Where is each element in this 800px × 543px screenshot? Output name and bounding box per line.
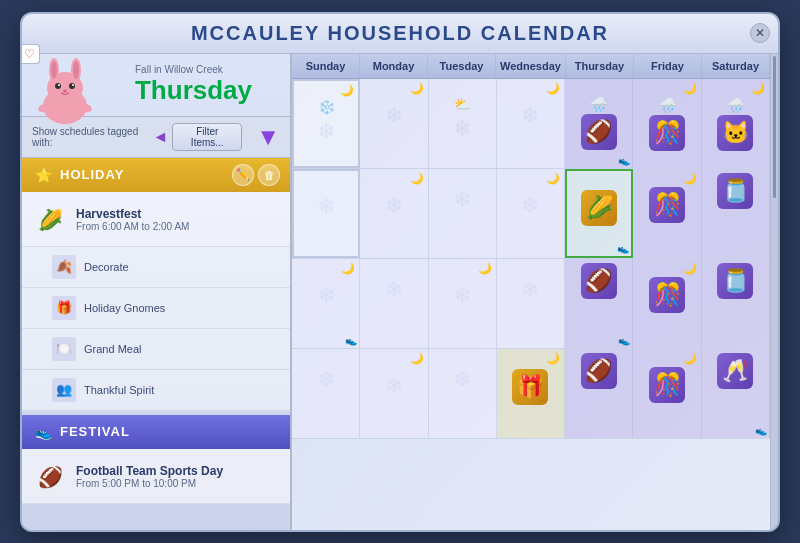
gnomes-icon: 🎁 — [52, 296, 76, 320]
cal-cell-r3c1[interactable]: 🌙 👟 ❄ — [292, 259, 360, 348]
harvestfest-info: Harvestfest From 6:00 AM to 2:00 AM — [76, 207, 189, 232]
harvestfest-name: Harvestfest — [76, 207, 189, 221]
decorate-event[interactable]: 🍂 Decorate — [22, 247, 290, 288]
pompom-cal-icon-r1c6: 🎊 — [649, 115, 685, 151]
shoe-corner-r3c1: 👟 — [345, 335, 357, 346]
cal-cell-r4c1[interactable]: ❄ — [292, 349, 360, 438]
snowflake-r1c4: ❄ — [521, 103, 539, 129]
close-button[interactable]: ✕ — [750, 23, 770, 43]
svg-point-5 — [73, 61, 79, 79]
cal-cell-r2c3[interactable]: ❄ — [429, 169, 497, 258]
filter-arrow-icon: ◄ — [152, 128, 168, 146]
thankful-spirit-event[interactable]: 👥 Thankful Spirit — [22, 370, 290, 411]
festival-section: ♡ 👟 FESTIVAL 🏈 Football Team Sports Day … — [22, 415, 290, 504]
weather-r1c5: 🌧️ — [590, 96, 607, 112]
holiday-gnomes-event[interactable]: 🎁 Holiday Gnomes — [22, 288, 290, 329]
cal-cell-r4c4[interactable]: 🌙 🎁 — [497, 349, 565, 438]
cal-cell-r2c2[interactable]: 🌙 ❄ — [360, 169, 428, 258]
snowflake-r3c2: ❄ — [385, 277, 403, 303]
cal-cell-today[interactable]: · 🌽 👟 — [565, 169, 633, 258]
snowflake-r2c4: ❄ — [521, 193, 539, 219]
holiday-delete-button[interactable]: 🗑 — [258, 164, 280, 186]
calendar-header: Sunday Monday Tuesday Wednesday Thursday… — [292, 54, 770, 79]
cal-cell-r4c7[interactable]: 🥂 👟 — [702, 349, 770, 438]
cal-row-4: ❄ 🌙 ❄ ❄ 🌙 🎁 🏈 — [292, 349, 770, 439]
cal-cell-r3c7[interactable]: 🫙 — [702, 259, 770, 348]
filter-button[interactable]: Filter Items... — [172, 123, 242, 151]
location-label: Fall in Willow Creek — [135, 64, 252, 75]
cal-cell-r1c4[interactable]: 🌙 ❄ — [497, 79, 565, 168]
cal-cell-r3c2[interactable]: ❄ — [360, 259, 428, 348]
cal-cell-r4c2[interactable]: 🌙 ❄ — [360, 349, 428, 438]
jar-cal-icon-r2c7: 🫙 — [717, 173, 753, 209]
snowflake-r3c3: ❄ — [453, 283, 471, 309]
cal-row-2: · ❄ 🌙 ❄ ❄ 🌙 ❄ · — [292, 169, 770, 259]
shoe-corner-r1c5: 👟 — [618, 155, 630, 166]
snowflake-r1c3: ❄ — [453, 116, 471, 142]
cal-cell-r1c3[interactable]: · ⛅ ❄ — [429, 79, 497, 168]
shoe-corner-r3c5: 👟 — [618, 335, 630, 346]
scrollbar-thumb[interactable] — [773, 56, 776, 199]
moon-r3c1: 🌙 — [341, 262, 355, 275]
holiday-edit-button[interactable]: ✏️ — [232, 164, 254, 186]
cal-cell-r1c2[interactable]: 🌙 ❄ — [360, 79, 428, 168]
main-window: McCauley Household Calendar ✕ — [20, 12, 780, 532]
holiday-section-title: HOLIDAY — [60, 167, 226, 182]
cal-cell-r2c6[interactable]: 🌙 🎊 — [633, 169, 701, 258]
weather-r1c7: 🌧️ — [727, 97, 744, 113]
cal-cell-r1c7[interactable]: 🌙 🌧️ 🐱 — [702, 79, 770, 168]
cal-cell-r3c4[interactable]: ❄ — [497, 259, 565, 348]
football-name: Football Team Sports Day — [76, 464, 223, 478]
cornucopia-cal-icon: 🌽 — [581, 190, 617, 226]
decorate-name: Decorate — [84, 261, 129, 273]
pompom-cal-icon-r2c6: 🎊 — [649, 187, 685, 223]
cal-cell-r4c6[interactable]: 🌙 🎊 — [633, 349, 701, 438]
moon-r4c4: 🌙 — [546, 352, 560, 365]
cal-cell-r4c3[interactable]: ❄ — [429, 349, 497, 438]
meal-icon: 🍽️ — [52, 337, 76, 361]
cal-cell-r2c1[interactable]: · ❄ — [292, 169, 360, 258]
day-label: Thursday — [135, 75, 252, 106]
header-monday: Monday — [360, 54, 428, 78]
shoe-corner-today: 👟 — [617, 243, 629, 254]
cal-cell-r3c6[interactable]: 🌙 🎊 — [633, 259, 701, 348]
football-sports-day-event[interactable]: 🏈 Football Team Sports Day From 5:00 PM … — [22, 449, 290, 504]
glasses-cal-icon-r4c7: 🥂 — [717, 353, 753, 389]
cal-cell-r1c6[interactable]: 🌙 🌧️ 🎊 — [633, 79, 701, 168]
svg-point-3 — [51, 61, 57, 79]
moon-r3c6: 🌙 — [683, 262, 697, 275]
festival-section-title: FESTIVAL — [60, 424, 280, 439]
cal-cell-r1c5[interactable]: · 🌧️ 🏈 👟 — [565, 79, 633, 168]
snowflake-r3c4: ❄ — [521, 277, 539, 303]
snowflake-r2c2: ❄ — [385, 193, 403, 219]
window-title: McCauley Household Calendar — [191, 22, 609, 45]
football-cal-icon-r4c5: 🏈 — [581, 353, 617, 389]
purple-down-arrow-icon: ▼ — [256, 123, 280, 150]
sidebar-top: Fall in Willow Creek Thursday — [22, 54, 290, 117]
moon-r2c6: 🌙 — [683, 172, 697, 185]
cal-cell-r3c5[interactable]: 🏈 👟 — [565, 259, 633, 348]
sidebar: Fall in Willow Creek Thursday Show sched… — [22, 54, 292, 530]
svg-point-8 — [58, 84, 60, 86]
main-content: Fall in Willow Creek Thursday Show sched… — [22, 54, 778, 530]
harvestfest-event[interactable]: 🌽 Harvestfest From 6:00 AM to 2:00 AM — [22, 192, 290, 247]
moon-r1c2: 🌙 — [410, 82, 424, 95]
grand-meal-event[interactable]: 🍽️ Grand Meal — [22, 329, 290, 370]
calendar-scrollbar[interactable] — [770, 54, 778, 530]
cal-cell-r4c5[interactable]: 🏈 — [565, 349, 633, 438]
football-icon: 🏈 — [32, 459, 68, 495]
cal-cell-r1c1[interactable]: 🌙 ❄️ ❄ — [292, 79, 360, 168]
cat-cal-icon-r1c7: 🐱 — [717, 115, 753, 151]
harvestfest-icon: 🌽 — [32, 202, 68, 238]
football-info: Football Team Sports Day From 5:00 PM to… — [76, 464, 223, 489]
cal-cell-r3c3[interactable]: 🌙 ❄ — [429, 259, 497, 348]
svg-point-9 — [72, 84, 74, 86]
meal-name: Grand Meal — [84, 343, 141, 355]
cal-cell-r2c4[interactable]: 🌙 ❄ — [497, 169, 565, 258]
cal-row-3: 🌙 👟 ❄ ❄ 🌙 ❄ ❄ 🏈 — [292, 259, 770, 349]
festival-section-icon: 👟 — [32, 421, 54, 443]
cal-cell-r2c7[interactable]: 🫙 — [702, 169, 770, 258]
spirit-icon: 👥 — [52, 378, 76, 402]
header-saturday: Saturday — [702, 54, 770, 78]
festival-section-header: 👟 FESTIVAL — [22, 415, 290, 449]
